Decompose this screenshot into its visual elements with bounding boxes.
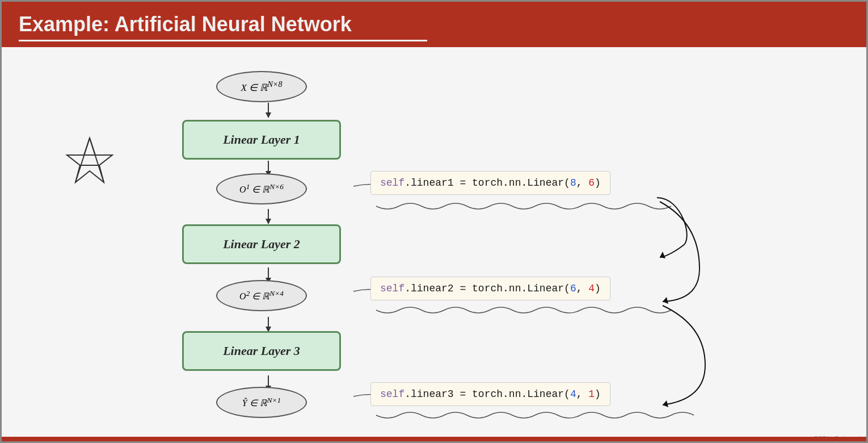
star-decoration [64, 132, 115, 197]
layer3-rect: Linear Layer 3 [182, 331, 341, 371]
code-box-3: self.linear3 = torch.nn.Linear(4, 1) [370, 382, 610, 406]
svg-marker-18 [663, 400, 668, 407]
code-box-2: self.linear2 = torch.nn.Linear(6, 4) [370, 277, 610, 300]
input-ellipse: X ∈ ℝN×8 [216, 71, 307, 102]
layer1-rect: Linear Layer 1 [182, 120, 341, 160]
layer2-rect: Linear Layer 2 [182, 224, 341, 264]
header: Example: Artificial Neural Network [2, 2, 866, 47]
svg-marker-17 [663, 297, 668, 304]
output1-node: O1 ∈ ℝN×6 [216, 173, 307, 204]
svg-marker-9 [266, 219, 271, 224]
slide-title: Example: Artificial Neural Network [19, 12, 352, 36]
bottom-bar [2, 437, 866, 441]
slide: Example: Artificial Neural Network [0, 0, 868, 443]
output1-ellipse: O1 ∈ ℝN×6 [216, 173, 307, 204]
header-underline [19, 40, 427, 41]
svg-line-1 [90, 138, 104, 182]
layer2-node: Linear Layer 2 [182, 224, 341, 264]
final-node: Ŷ ∈ ℝN×1 [216, 387, 307, 418]
output2-ellipse: O2 ∈ ℝN×4 [216, 280, 307, 311]
content-area: X ∈ ℝN×8 Linear Layer 1 O1 ∈ ℝN×6 Linear… [2, 47, 866, 443]
layer1-node: Linear Layer 1 [182, 120, 341, 160]
output2-node: O2 ∈ ℝN×4 [216, 280, 307, 311]
svg-line-0 [75, 138, 90, 182]
input-node: X ∈ ℝN×8 [216, 71, 307, 102]
code-box-1: self.linear1 = torch.nn.Linear(8, 6) [370, 171, 610, 195]
layer3-node: Linear Layer 3 [182, 331, 341, 371]
svg-marker-16 [660, 252, 665, 258]
final-ellipse: Ŷ ∈ ℝN×1 [216, 387, 307, 418]
svg-marker-5 [266, 112, 271, 118]
